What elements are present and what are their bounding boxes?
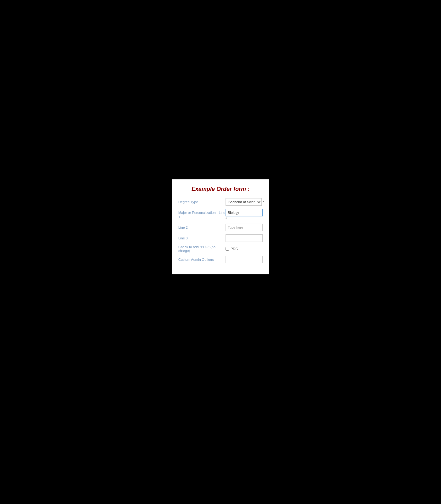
line2-label: Line 2 xyxy=(178,224,226,230)
custom-admin-input[interactable] xyxy=(226,256,263,263)
line2-field xyxy=(226,224,263,231)
pdc-row: Check to add "PDC" (no charge) PDC xyxy=(178,245,263,253)
degree-type-select[interactable]: Bachelor of Science Master of Science As… xyxy=(226,198,262,206)
degree-type-label: Degree Type xyxy=(178,198,226,204)
major-line1-required: * xyxy=(226,217,263,220)
custom-admin-label: Custom Admin Options xyxy=(178,256,226,262)
major-line1-label: Major or Personalization - Line 1 xyxy=(178,209,226,220)
line3-input[interactable] xyxy=(226,234,263,242)
line2-row: Line 2 xyxy=(178,224,263,231)
degree-type-field: Bachelor of Science Master of Science As… xyxy=(226,198,264,206)
pdc-checkbox-field: PDC xyxy=(226,247,238,251)
custom-admin-field xyxy=(226,256,263,263)
order-form: Example Order form : Degree Type Bachelo… xyxy=(172,179,269,274)
pdc-checkbox-label[interactable]: PDC xyxy=(231,247,238,251)
line3-field xyxy=(226,234,263,242)
degree-type-required: * xyxy=(263,200,264,204)
line3-row: Line 3 xyxy=(178,234,263,242)
line2-input[interactable] xyxy=(226,224,263,231)
form-title: Example Order form : xyxy=(178,186,263,192)
degree-type-row: Degree Type Bachelor of Science Master o… xyxy=(178,198,263,206)
major-line1-row: Major or Personalization - Line 1 * xyxy=(178,209,263,220)
line3-label: Line 3 xyxy=(178,234,226,240)
pdc-checkbox[interactable] xyxy=(226,247,229,251)
pdc-label: Check to add "PDC" (no charge) xyxy=(178,245,226,253)
major-line1-field: * xyxy=(226,209,263,220)
custom-admin-row: Custom Admin Options xyxy=(178,256,263,263)
major-line1-input[interactable] xyxy=(226,209,263,216)
